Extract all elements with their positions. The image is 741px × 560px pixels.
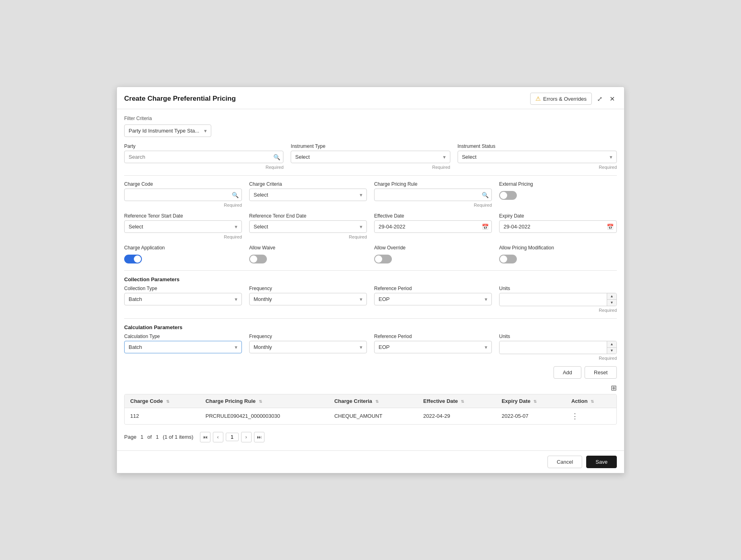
instrument-status-required: Required xyxy=(458,165,617,170)
collection-ref-period-select[interactable]: EOP xyxy=(374,293,492,305)
modal-container: Create Charge Preferential Pricing ⚠ Err… xyxy=(117,87,624,473)
external-pricing-label: External Pricing xyxy=(499,181,617,187)
calc-type-select[interactable]: Batch xyxy=(124,341,242,353)
filter-criteria-select[interactable]: Party Id Instrument Type Sta... xyxy=(124,124,211,137)
ref-tenor-start-required: Required xyxy=(124,234,242,239)
allow-override-toggle-knob xyxy=(375,255,382,263)
page-label: Page xyxy=(124,434,136,440)
calc-units-label: Units xyxy=(499,334,617,339)
calc-ref-period-select[interactable]: EOP xyxy=(374,341,492,353)
collection-frequency-select-wrap: Monthly ▼ xyxy=(249,293,367,305)
modal-body: Filter Criteria Party Id Instrument Type… xyxy=(117,109,624,450)
allow-override-toggle[interactable] xyxy=(374,255,392,263)
charge-criteria-select[interactable]: Select xyxy=(249,189,367,201)
save-button[interactable]: Save xyxy=(586,456,617,468)
add-button[interactable]: Add xyxy=(554,366,581,379)
calc-reference-period-group: Reference Period EOP ▼ xyxy=(374,334,492,361)
collection-type-label: Collection Type xyxy=(124,286,242,291)
calc-ref-period-label: Reference Period xyxy=(374,334,492,339)
table-row: 112 PRCRULE090421_0000003030 CHEQUE_AMOU… xyxy=(125,408,616,424)
ref-tenor-end-label: Reference Tenor End Date xyxy=(249,213,367,219)
charge-pricing-rule-input-wrap: 🔍 xyxy=(374,189,492,201)
last-page-button[interactable]: ⏭ xyxy=(254,432,264,442)
first-page-button[interactable]: ⏮ xyxy=(200,432,210,442)
collection-units-spinners: ▲ ▼ xyxy=(607,293,616,306)
row-action-button[interactable]: ⋮ xyxy=(571,412,579,421)
expiry-date-input[interactable] xyxy=(499,220,617,233)
charge-code-label: Charge Code xyxy=(124,181,242,187)
instrument-status-select[interactable]: Select xyxy=(458,151,617,163)
instrument-type-required: Required xyxy=(291,165,450,170)
filter-criteria-label: Filter Criteria xyxy=(124,116,617,121)
calc-units-input-wrap: ▲ ▼ xyxy=(499,341,617,354)
of-label: of xyxy=(148,434,152,440)
col-expiry-date: Expiry Date ⇅ xyxy=(496,394,566,408)
sort-charge-criteria-icon[interactable]: ⇅ xyxy=(375,399,379,404)
prev-page-button[interactable]: ‹ xyxy=(213,432,223,442)
cancel-button[interactable]: Cancel xyxy=(547,456,582,468)
charge-pricing-rule-input[interactable] xyxy=(374,189,492,201)
sort-action-icon[interactable]: ⇅ xyxy=(591,399,594,404)
calc-frequency-label: Frequency xyxy=(249,334,367,339)
allow-pricing-mod-toggle-knob xyxy=(500,255,507,263)
calc-units-spinners: ▲ ▼ xyxy=(607,341,616,354)
collection-units-input-wrap: ▲ ▼ xyxy=(499,293,617,306)
charge-code-input[interactable] xyxy=(124,189,242,201)
party-label: Party xyxy=(124,143,283,149)
party-group: Party 🔍 Required xyxy=(124,143,283,170)
reset-button[interactable]: Reset xyxy=(585,366,617,379)
instrument-status-group: Instrument Status Select ▼ Required xyxy=(458,143,617,170)
form-row-4: Charge Application Allow Waive Allow Ove… xyxy=(124,245,617,265)
effective-date-input[interactable] xyxy=(374,220,492,233)
table-settings-icon-button[interactable]: ⊞ xyxy=(611,384,617,392)
calc-params-section: Calculation Parameters Calculation Type … xyxy=(124,324,617,361)
errors-overrides-button[interactable]: ⚠ Errors & Overrides xyxy=(530,93,592,105)
instrument-status-label: Instrument Status xyxy=(458,143,617,149)
collection-units-down-button[interactable]: ▼ xyxy=(607,300,616,306)
collection-type-select[interactable]: Batch xyxy=(124,293,242,305)
sort-charge-pricing-rule-icon[interactable]: ⇅ xyxy=(259,399,262,404)
external-pricing-toggle[interactable] xyxy=(499,191,517,200)
sort-expiry-date-icon[interactable]: ⇅ xyxy=(533,399,537,404)
charge-code-group: Charge Code 🔍 Required xyxy=(124,181,242,207)
expiry-date-label: Expiry Date xyxy=(499,213,617,219)
collection-frequency-label: Frequency xyxy=(249,286,367,291)
next-page-button[interactable]: › xyxy=(241,432,252,442)
expiry-date-input-wrap: 📅 xyxy=(499,220,617,233)
ref-tenor-start-select[interactable]: Select xyxy=(124,220,242,233)
ref-tenor-end-select[interactable]: Select xyxy=(249,220,367,233)
allow-pricing-mod-label: Allow Pricing Modification xyxy=(499,245,617,251)
ref-tenor-start-label: Reference Tenor Start Date xyxy=(124,213,242,219)
page-number-input[interactable] xyxy=(226,433,239,441)
collection-units-input[interactable] xyxy=(500,294,607,305)
form-row-1: Party 🔍 Required Instrument Type Select … xyxy=(124,143,617,170)
close-button[interactable]: ✕ xyxy=(608,94,617,104)
collection-frequency-group: Frequency Monthly ▼ xyxy=(249,286,367,313)
calc-units-up-button[interactable]: ▲ xyxy=(607,341,616,348)
ref-tenor-start-select-wrap: Select ▼ xyxy=(124,220,242,233)
party-input[interactable] xyxy=(124,151,283,163)
calc-frequency-select[interactable]: Monthly xyxy=(249,341,367,353)
charge-application-toggle-knob xyxy=(134,255,141,263)
calc-units-down-button[interactable]: ▼ xyxy=(607,348,616,354)
filter-criteria-row: Filter Criteria Party Id Instrument Type… xyxy=(124,116,617,137)
charge-code-input-wrap: 🔍 xyxy=(124,189,242,201)
effective-date-label: Effective Date xyxy=(374,213,492,219)
sort-charge-code-icon[interactable]: ⇅ xyxy=(166,399,169,404)
expand-button[interactable]: ⤢ xyxy=(595,94,604,104)
charge-application-toggle[interactable] xyxy=(124,255,142,263)
instrument-type-select[interactable]: Select xyxy=(291,151,450,163)
sort-effective-date-icon[interactable]: ⇅ xyxy=(461,399,464,404)
collection-frequency-select[interactable]: Monthly xyxy=(249,293,367,305)
charge-application-label: Charge Application xyxy=(124,245,242,251)
charge-pricing-rule-label: Charge Pricing Rule xyxy=(374,181,492,187)
calc-units-input[interactable] xyxy=(500,342,607,353)
allow-pricing-mod-toggle[interactable] xyxy=(499,255,517,263)
charge-pricing-rule-required: Required xyxy=(374,203,492,207)
allow-waive-toggle[interactable] xyxy=(249,255,267,263)
external-pricing-group: External Pricing xyxy=(499,181,617,207)
allow-pricing-mod-group: Allow Pricing Modification xyxy=(499,245,617,265)
pagination-row: Page 1 of 1 (1 of 1 items) ⏮ ‹ › ⏭ xyxy=(124,429,617,444)
collection-units-up-button[interactable]: ▲ xyxy=(607,293,616,300)
col-charge-pricing-rule: Charge Pricing Rule ⇅ xyxy=(200,394,329,408)
